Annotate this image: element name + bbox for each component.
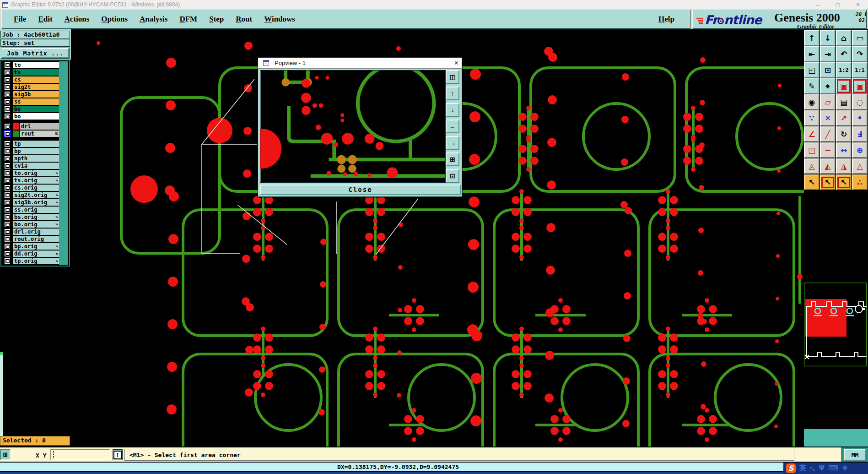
layer-visibility-checkbox[interactable] xyxy=(5,131,10,136)
menu-item-help[interactable]: Help xyxy=(658,15,674,24)
layer-visibility-checkbox[interactable] xyxy=(5,163,10,169)
zoom-1-1-button[interactable]: 1:1 xyxy=(852,62,868,78)
swap-button[interactable]: ◳ xyxy=(804,142,819,158)
layer-visibility-checkbox[interactable] xyxy=(5,192,10,198)
popview-zoom-fit-button[interactable]: ⊞ xyxy=(446,153,459,166)
layer-visibility-checkbox[interactable] xyxy=(5,200,10,205)
layer-row[interactable]: tp.orig ↘ xyxy=(2,257,60,265)
layer-visibility-checkbox[interactable] xyxy=(5,178,10,183)
layer-visibility-checkbox[interactable] xyxy=(5,229,10,234)
close-button[interactable]: ✕ xyxy=(848,0,868,9)
sogou-logo-icon[interactable]: S xyxy=(786,463,796,473)
layer-row[interactable]: bp xyxy=(2,147,60,155)
layer-row[interactable]: cs.orig xyxy=(2,184,60,191)
layer-row[interactable]: sig3b.orig ↘ xyxy=(2,199,60,206)
layer-visibility-checkbox[interactable] xyxy=(5,70,10,75)
popview-close-x-button[interactable]: ✕ xyxy=(454,60,459,66)
pointer-mode-button[interactable]: ↖ xyxy=(804,174,819,190)
layer-visibility-checkbox[interactable] xyxy=(5,258,10,264)
popview-pan-up-button[interactable]: ↑ xyxy=(446,87,459,100)
snap-button[interactable]: ⊕ xyxy=(852,142,868,158)
layer-row[interactable]: sig2t.orig ↘ xyxy=(2,191,60,199)
polygon-mode-button[interactable]: ↖ xyxy=(836,174,852,190)
layer-row[interactable]: drl.orig xyxy=(2,228,60,235)
layer-visibility-checkbox[interactable] xyxy=(5,99,10,104)
units-toggle-button[interactable]: MM xyxy=(844,449,866,461)
transform-feature-button[interactable]: ▱ xyxy=(820,94,836,110)
zoom-center-button[interactable]: ⊡ xyxy=(820,62,836,78)
layer-row[interactable]: bo xyxy=(2,113,60,120)
popview-duplicate-button[interactable]: ◫ xyxy=(446,70,459,84)
net-highlight-alt-button[interactable]: ▣ xyxy=(852,78,868,94)
menu-item[interactable]: Rout xyxy=(236,15,252,24)
next-view-button[interactable]: ↷ xyxy=(852,46,868,62)
layer-visibility-checkbox[interactable] xyxy=(5,106,10,112)
overview-minimap[interactable] xyxy=(804,283,867,366)
layer-row[interactable]: cvia xyxy=(2,162,60,169)
net-points-button[interactable]: ∵ xyxy=(804,110,819,126)
xy-coordinate-input[interactable] xyxy=(50,449,110,460)
layer-visibility-checkbox[interactable] xyxy=(5,124,10,129)
layer-visibility-checkbox[interactable] xyxy=(5,236,10,242)
home-view-button[interactable]: ⌂ xyxy=(836,30,852,46)
dimension-button[interactable]: ↔ xyxy=(836,142,852,158)
popview-titlebar[interactable]: Popview - 1 ✕ xyxy=(258,58,462,69)
layer-list-scroll-strip[interactable] xyxy=(59,61,68,265)
layer-row[interactable]: bp.orig ↘ xyxy=(2,243,60,250)
menu-item[interactable]: Analysis xyxy=(140,15,167,24)
pan-right-button[interactable]: ⇥ xyxy=(820,46,836,62)
ime-skin-icon[interactable]: ❖ xyxy=(842,465,848,472)
ime-lang-icon[interactable]: 英 xyxy=(799,465,806,472)
maximize-button[interactable]: ▢ xyxy=(828,0,848,9)
layer-row[interactable]: dd.orig ↘ xyxy=(2,250,60,257)
frame-mode-button[interactable]: ↖ xyxy=(820,174,836,190)
quadrant-mode-button[interactable]: ⊞ xyxy=(0,449,11,460)
layer-row[interactable]: tp xyxy=(2,140,60,147)
move-button[interactable]: ↗ xyxy=(836,110,852,126)
layer-visibility-checkbox[interactable] xyxy=(5,207,10,212)
popview-zoom-center-button[interactable]: ⊡ xyxy=(446,169,459,183)
layer-row[interactable]: bo.orig ↘ xyxy=(2,221,60,228)
zoom-1-2-button[interactable]: 1:2 xyxy=(836,62,852,78)
popview-pan-left-button[interactable]: ← xyxy=(446,120,459,133)
layer-visibility-checkbox[interactable] xyxy=(5,185,10,191)
layer-row[interactable]: ss xyxy=(2,98,60,105)
popview-canvas[interactable] xyxy=(260,70,446,183)
popview-pan-down-button[interactable]: ↓ xyxy=(446,103,459,117)
layer-visibility-checkbox[interactable] xyxy=(5,114,10,119)
layer-visibility-checkbox[interactable] xyxy=(5,84,10,90)
layer-visibility-checkbox[interactable] xyxy=(5,77,10,82)
layer-row[interactable]: rout ⊞ xyxy=(2,130,60,137)
layer-row[interactable]: cs xyxy=(2,76,60,83)
menu-item[interactable]: Windows xyxy=(264,15,295,24)
pan-left-button[interactable]: ⇤ xyxy=(804,46,819,62)
menu-item[interactable]: Actions xyxy=(65,15,90,24)
select-feature-button[interactable]: ◉ xyxy=(804,94,819,110)
full-view-button[interactable]: ▭ xyxy=(852,30,868,46)
net-mode-button[interactable]: ∴ xyxy=(852,174,868,190)
layer-row[interactable]: sig3b xyxy=(2,91,60,98)
surface-mode-1-button[interactable]: ◬ xyxy=(804,158,819,174)
menu-item[interactable]: Step xyxy=(209,15,224,24)
menu-item[interactable]: Options xyxy=(101,15,128,24)
popview-close-button[interactable]: Close xyxy=(260,185,461,195)
layer-row[interactable]: npth xyxy=(2,155,60,162)
layer-visibility-checkbox[interactable] xyxy=(5,92,10,97)
layer-visibility-checkbox[interactable] xyxy=(5,156,10,161)
zoom-prev-button[interactable]: ↑ xyxy=(804,30,819,46)
layer-row[interactable]: ts.orig ↘ xyxy=(2,177,60,184)
select-area-button[interactable]: ◌ xyxy=(852,94,868,110)
surface-mode-3-button[interactable]: ◮ xyxy=(836,158,852,174)
net-highlight-button[interactable]: ▣ xyxy=(836,78,852,94)
zoom-expand-button[interactable]: ◰ xyxy=(804,62,819,78)
layer-row[interactable]: drl xyxy=(2,123,60,130)
layer-visibility-checkbox[interactable] xyxy=(5,62,10,68)
previous-view-button[interactable]: ↶ xyxy=(836,46,852,62)
layer-visibility-checkbox[interactable] xyxy=(5,222,10,227)
layer-visibility-checkbox[interactable] xyxy=(5,214,10,220)
layer-row[interactable]: bs.orig ↘ xyxy=(2,213,60,221)
editor-setup-button[interactable]: ✎ xyxy=(804,78,819,94)
mirror-button[interactable]: Ⅎ xyxy=(852,126,868,142)
layer-row[interactable]: ss.orig xyxy=(2,206,60,213)
stretch-button[interactable]: ━ xyxy=(820,142,836,158)
